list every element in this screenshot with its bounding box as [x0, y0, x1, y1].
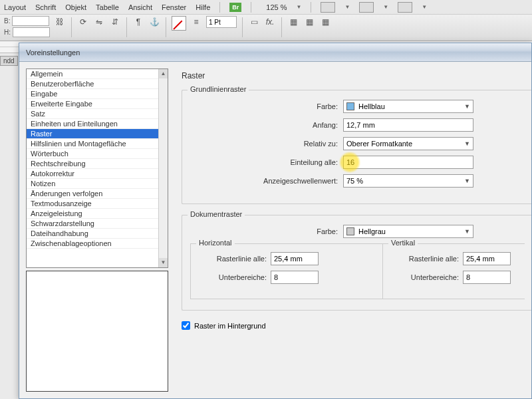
fx-icon[interactable]: fx.	[264, 16, 276, 28]
wrap-bbox-icon[interactable]: ▦	[303, 16, 315, 28]
height-label: H:	[4, 29, 11, 36]
category-row[interactable]: Textmodusanzeige	[27, 199, 158, 209]
separator	[242, 17, 243, 37]
stroke-weight-input[interactable]	[206, 16, 237, 28]
group-legend: Grundlinienraster	[188, 85, 249, 93]
separator	[219, 2, 220, 13]
start-label: Anfang:	[190, 121, 343, 129]
scroll-down-icon[interactable]: ▼	[159, 258, 168, 267]
chevron-down-icon: ▼	[464, 178, 470, 184]
preview-box	[26, 271, 168, 392]
menu-objekt[interactable]: Objekt	[65, 3, 86, 11]
document-grid-group: Dokumentraster Farbe: Hellgrau ▼	[182, 215, 531, 311]
arrange-icon[interactable]	[398, 2, 412, 13]
bridge-icon[interactable]: Br	[229, 3, 241, 12]
docgrid-color-label: Farbe:	[190, 227, 343, 235]
dialog-titlebar[interactable]: Voreinstellungen	[19, 43, 531, 62]
category-row[interactable]: Einheiten und Einteilungen	[27, 119, 158, 129]
wrap-shape-icon[interactable]: ▦	[319, 16, 331, 28]
document-tab[interactable]: ndd	[0, 56, 18, 66]
flip-v-icon[interactable]: ⇵	[109, 16, 121, 28]
listbox-scrollbar[interactable]: ▲ ▼	[158, 69, 168, 267]
fill-none-icon[interactable]	[172, 16, 186, 31]
flip-h-icon[interactable]: ⇋	[93, 16, 105, 28]
view-options-icon[interactable]	[359, 2, 374, 13]
h-gridline-input[interactable]	[271, 252, 319, 265]
v-subdivisions-input[interactable]	[463, 271, 511, 284]
category-row[interactable]: Allgemein	[27, 69, 158, 79]
wrap-none-icon[interactable]: ▦	[287, 16, 299, 28]
chevron-down-icon[interactable]: ▼	[296, 4, 301, 10]
stroke-weight-icon: ≡	[190, 16, 202, 28]
separator	[251, 2, 251, 13]
category-row[interactable]: Dateihandhabung	[27, 229, 158, 239]
width-label: B:	[4, 17, 10, 25]
threshold-dropdown[interactable]: 75 % ▼	[343, 174, 473, 188]
v-gridline-label: Rasterlinie alle:	[390, 255, 463, 263]
dialog-title: Voreinstellungen	[26, 49, 80, 57]
panel-heading: Raster	[182, 71, 531, 80]
menu-tabelle[interactable]: Tabelle	[96, 3, 119, 11]
category-row[interactable]: Benutzeroberfläche	[27, 79, 158, 89]
relative-to-dropdown[interactable]: Oberer Formatkante ▼	[343, 137, 473, 150]
relative-to-label: Relativ zu:	[190, 140, 343, 148]
category-row[interactable]: Wörterbuch	[27, 149, 158, 159]
v-subdivisions-label: Unterbereiche:	[390, 273, 463, 281]
docgrid-color-value: Hellgrau	[358, 227, 386, 235]
separator	[281, 17, 282, 37]
preferences-dialog: Voreinstellungen AllgemeinBenutzeroberfl…	[19, 43, 532, 399]
threshold-label: Anzeigeschwellenwert:	[190, 177, 343, 185]
zoom-level[interactable]: 125 %	[266, 3, 287, 11]
h-gridline-label: Rasterlinie alle:	[198, 255, 271, 263]
category-row[interactable]: Anzeigeleistung	[27, 209, 158, 219]
link-icon[interactable]: ⛓	[54, 16, 66, 28]
effects-icon[interactable]: ▭	[248, 16, 260, 28]
category-row[interactable]: Änderungen verfolgen	[27, 189, 158, 199]
chevron-down-icon[interactable]: ▼	[422, 4, 427, 10]
start-input[interactable]	[343, 118, 473, 132]
screen-mode-icon[interactable]	[321, 2, 335, 13]
subgroup-legend: Vertikal	[388, 239, 418, 247]
color-value: Hellblau	[358, 102, 385, 110]
menu-hilfe[interactable]: Hilfe	[196, 3, 210, 11]
category-row[interactable]: Schwarzdarstellung	[27, 219, 158, 229]
v-gridline-input[interactable]	[463, 252, 511, 265]
paragraph-icon[interactable]: ¶	[132, 16, 144, 28]
category-row[interactable]: Zwischenablageoptionen	[27, 239, 158, 249]
width-input[interactable]	[12, 16, 49, 26]
color-label: Farbe:	[190, 102, 343, 110]
category-row[interactable]: Raster	[27, 129, 158, 139]
chevron-down-icon[interactable]: ▼	[344, 4, 350, 10]
grids-in-back-label: Raster im Hintergrund	[194, 322, 266, 330]
category-row[interactable]: Autokorrektur	[27, 169, 158, 179]
increment-input[interactable]	[343, 156, 473, 169]
separator	[71, 17, 72, 37]
control-panel: B: H: ⛓ ⟳ ⇋ ⇵ ¶ ⚓ ≡ ▭ fx. ▦ ▦ ▦	[0, 15, 532, 41]
baseline-grid-group: Grundlinienraster Farbe: Hellblau ▼	[182, 90, 531, 204]
chevron-down-icon[interactable]: ▼	[383, 4, 388, 10]
category-row[interactable]: Eingabe	[27, 89, 158, 99]
category-row[interactable]: Hilfslinien und Montagefläche	[27, 139, 158, 149]
menu-fenster[interactable]: Fenster	[162, 3, 186, 11]
color-swatch-icon	[346, 102, 354, 110]
rotate-icon[interactable]: ⟳	[77, 16, 89, 28]
separator	[126, 17, 127, 37]
menu-ansicht[interactable]: Ansicht	[128, 3, 152, 11]
scroll-up-icon[interactable]: ▲	[159, 69, 168, 78]
category-row[interactable]: Rechtschreibung	[27, 159, 158, 169]
anchor-icon[interactable]: ⚓	[148, 16, 160, 28]
h-subdivisions-input[interactable]	[271, 271, 319, 284]
grids-in-back-checkbox[interactable]	[182, 321, 190, 330]
menu-schrift[interactable]: Schrift	[35, 3, 56, 11]
category-row[interactable]: Notizen	[27, 179, 158, 189]
category-row[interactable]: Erweiterte Eingabe	[27, 99, 158, 109]
category-listbox[interactable]: AllgemeinBenutzeroberflächeEingabeErweit…	[26, 68, 168, 268]
grids-in-back-checkbox-row: Raster im Hintergrund	[182, 321, 531, 330]
baseline-color-dropdown[interactable]: Hellblau ▼	[343, 100, 473, 113]
app-menubar: Layout Schrift Objekt Tabelle Ansicht Fe…	[0, 0, 532, 15]
chevron-down-icon: ▼	[464, 228, 470, 235]
height-input[interactable]	[13, 27, 50, 37]
category-row[interactable]: Satz	[27, 109, 158, 119]
docgrid-color-dropdown[interactable]: Hellgrau ▼	[343, 225, 473, 238]
menu-layout[interactable]: Layout	[4, 3, 26, 11]
